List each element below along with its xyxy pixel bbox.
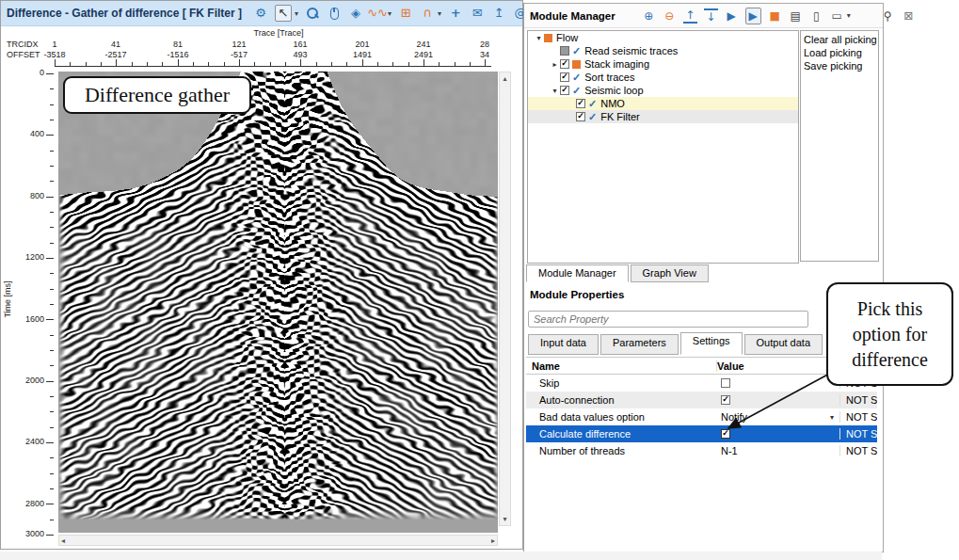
flow-tree-item[interactable]: ✓FK Filter (528, 110, 798, 123)
layers-icon[interactable]: ◈ (348, 6, 363, 21)
run-interactive-icon[interactable]: ▶ (745, 8, 761, 24)
module-enable-checkbox[interactable] (560, 72, 569, 82)
module-enable-checkbox[interactable] (560, 46, 569, 56)
picking-menu-item[interactable]: Load picking (804, 46, 878, 59)
flow-tree-item[interactable]: ▾✓Seismic loop (528, 84, 798, 97)
seismic-image[interactable] (58, 72, 498, 533)
column-header-value[interactable]: Value (717, 360, 839, 372)
difference-gather-annotation: Difference gather (63, 76, 251, 114)
crosshair-icon[interactable]: + (448, 6, 463, 21)
property-value[interactable] (717, 378, 839, 388)
select-tool-icon[interactable]: ↖ (275, 5, 292, 22)
settings-gear-icon[interactable]: ⚙ (253, 6, 268, 21)
flow-tree-item[interactable]: ✓Sort traces (528, 71, 798, 84)
time-tick (50, 120, 54, 120)
tab-output-data[interactable]: Output data (744, 334, 823, 355)
tab-settings[interactable]: Settings (680, 332, 743, 355)
property-row[interactable]: Calculate differenceNOT SE (526, 425, 877, 442)
property-row[interactable]: SkipNOT SE (526, 375, 877, 392)
property-status: NOT SE (839, 411, 877, 423)
tab-parameters[interactable]: Parameters (600, 334, 679, 355)
module-enable-checkbox[interactable] (560, 59, 569, 69)
detach-icon[interactable]: ⊠ (902, 8, 916, 24)
pin-icon[interactable]: ⚲ (881, 8, 895, 24)
mouse-tool-icon[interactable] (327, 6, 342, 21)
add-module-icon[interactable]: ⊕ (642, 8, 656, 24)
export-image-icon[interactable]: ↥ (491, 6, 506, 21)
property-checkbox[interactable] (721, 395, 730, 405)
module-status-check-icon: ✓ (572, 72, 581, 84)
flow-tree-item[interactable]: ▸Stack imaging (528, 57, 798, 71)
trace-tick (346, 62, 347, 66)
property-row[interactable]: Bad data values optionNotify▾NOT SE (526, 408, 877, 425)
scroll-down-arrow-icon[interactable]: ▾ (503, 515, 506, 523)
trcidx-value: 161 (280, 40, 321, 49)
property-value[interactable]: Notify▾ (717, 411, 839, 423)
time-tick (50, 151, 54, 152)
module-enable-checkbox[interactable] (576, 99, 585, 108)
seismic-window-titlebar: Difference - Gather of difference [ FK F… (1, 1, 522, 26)
module-status-check-icon: ✓ (588, 98, 597, 110)
time-tick (50, 88, 54, 89)
time-tick (46, 442, 54, 443)
scroll-left-arrow-icon[interactable]: ◂ (61, 536, 65, 545)
tree-expander-icon[interactable]: ▸ (550, 60, 560, 69)
scroll-up-arrow-icon[interactable]: ▴ (503, 74, 506, 83)
move-down-icon[interactable]: ↓ (704, 8, 718, 24)
picking-menu-item[interactable]: Save picking (804, 59, 878, 72)
new-window-icon-caret[interactable]: ▾ (847, 11, 851, 20)
scroll-right-arrow-icon[interactable]: ▸ (491, 536, 495, 545)
horizon-pick-icon-caret[interactable]: ▾ (438, 9, 441, 18)
property-row[interactable]: Number of threadsN-1NOT SE (526, 442, 877, 459)
new-window-icon[interactable]: ▭ (830, 8, 844, 24)
property-checkbox[interactable] (721, 378, 730, 388)
move-up-icon[interactable]: ↑ (683, 8, 697, 24)
comment-icon[interactable]: ✉ (470, 6, 485, 21)
trcidx-value: 81 (157, 40, 199, 49)
module-enable-checkbox[interactable] (576, 112, 585, 121)
module-enable-checkbox[interactable] (560, 86, 569, 95)
property-value[interactable] (717, 395, 839, 405)
vertical-scrollbar[interactable]: ▴ ▾ (499, 72, 511, 526)
tab-module-manager[interactable]: Module Manager (526, 264, 629, 282)
trace-tick (162, 62, 163, 66)
paste-icon[interactable]: ▯ (809, 8, 823, 24)
grid-display-icon[interactable]: ⊞ (398, 6, 413, 21)
trace-tick (408, 62, 409, 66)
select-tool-icon-caret[interactable]: ▾ (295, 9, 298, 18)
stop-icon[interactable]: ■ (768, 8, 782, 24)
property-value[interactable] (717, 429, 839, 439)
zoom-icon[interactable] (305, 6, 320, 21)
tree-expander-icon[interactable]: ▾ (534, 34, 544, 42)
time-tick (50, 457, 54, 458)
property-value-text: N-1 (717, 445, 738, 456)
module-manager-titlebar: Module Manager ⊕⊖↑↓▶▶■▤▯▭▾⚲⊠ (524, 4, 883, 28)
tree-expander-icon[interactable]: ▾ (550, 87, 560, 95)
property-value[interactable]: N-1 (717, 445, 839, 456)
time-tick (46, 197, 54, 198)
property-status: NOT SE (839, 428, 877, 440)
search-property-input[interactable] (528, 311, 808, 328)
horizon-pick-icon[interactable]: ∩ (420, 6, 435, 21)
tab-input-data[interactable]: Input data (528, 334, 599, 355)
flow-tree-item[interactable]: ✓Read seismic traces (528, 44, 798, 57)
trcidx-value: 41 (95, 40, 136, 49)
run-flow-icon[interactable]: ▶ (725, 8, 739, 24)
wiggle-display-icon[interactable]: ∿∿ (370, 6, 385, 21)
tab-graph-view[interactable]: Graph View (631, 264, 709, 282)
column-header-name[interactable]: Name (526, 360, 717, 372)
time-tick-label: 1600 (8, 314, 44, 324)
flow-log-icon[interactable]: ▤ (789, 8, 803, 24)
flow-tree-item[interactable]: ✓NMO (528, 97, 798, 110)
property-row[interactable]: Auto-connectionNOT SE (526, 392, 877, 408)
horizontal-scrollbar[interactable]: ◂ ▸ (58, 535, 498, 546)
picking-menu-item[interactable]: Clear all picking (804, 33, 878, 46)
dropdown-arrow-icon[interactable]: ▾ (830, 413, 834, 422)
trace-tick (439, 62, 440, 66)
flow-tree-item[interactable]: ▾Flow (528, 31, 798, 44)
trcidx-value: 1 (34, 40, 75, 49)
property-checkbox[interactable] (721, 429, 730, 439)
property-value-text: Notify (717, 411, 747, 423)
wiggle-display-icon-caret[interactable]: ▾ (388, 9, 392, 18)
remove-module-icon[interactable]: ⊖ (663, 8, 677, 24)
